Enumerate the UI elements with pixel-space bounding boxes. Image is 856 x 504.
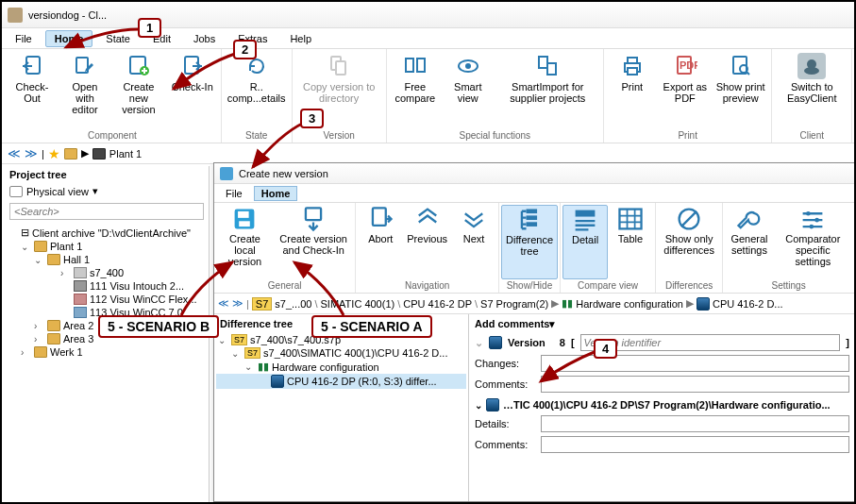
svg-rect-8 [417, 59, 425, 72]
print-preview-label: Show print preview [715, 81, 766, 104]
menu-home[interactable]: Home [45, 30, 93, 47]
smart-view-button[interactable]: Smart view [442, 51, 495, 129]
add-comments-button[interactable]: Add comments▾ [475, 318, 555, 329]
nav-fwd-icon[interactable]: ≫ [25, 146, 38, 160]
comments-input[interactable] [541, 376, 849, 393]
hw-icon: ▮▮ [258, 361, 269, 373]
disk-icon [9, 186, 23, 197]
detail-label: Detail [572, 234, 598, 245]
group-label-print: Print [606, 129, 770, 143]
nav-back-icon[interactable]: ≪ [8, 146, 21, 160]
diff-node-cpu-selected[interactable]: CPU 416-2 DP (R:0, S:3) differ... [216, 374, 466, 389]
diff-node-simatic[interactable]: ⌄S7s7_400\SIMATIC 400(1)\CPU 416-2 D... [216, 346, 466, 360]
tree-node-hall1[interactable]: ⌄Hall 1 [6, 253, 207, 266]
tree-node-plant1[interactable]: ⌄Plant 1 [6, 240, 207, 253]
print-preview-button[interactable]: Show print preview [712, 51, 770, 129]
switch-client-label: Switch to EasyClient [778, 81, 846, 104]
cv-menubar: File Home [214, 184, 855, 203]
detail-panel: Add comments▾ ⌄ Version 8 [ ] Changes: C… [469, 314, 855, 501]
eye-icon [456, 54, 480, 78]
crumb-s7[interactable]: s7_...00 [275, 298, 311, 310]
smartimport-button[interactable]: SmartImport for supplier projects [495, 51, 601, 129]
cv-group-general: General [216, 279, 353, 293]
create-version-button[interactable]: Create new version [111, 51, 166, 129]
abort-button[interactable]: Abort [358, 205, 403, 279]
export-pdf-button[interactable]: PDF Export as PDF [659, 51, 712, 129]
details-input[interactable] [541, 415, 849, 432]
chip-icon [697, 297, 710, 311]
comments2-input[interactable] [541, 436, 849, 453]
svg-point-10 [465, 63, 471, 69]
general-settings-button[interactable]: General settings [725, 205, 773, 279]
create-local-label: Create local version [220, 233, 270, 267]
ribbon-group-special: Free compare Smart view SmartImport for … [387, 49, 604, 143]
open-editor-button[interactable]: Open with editor [59, 51, 111, 129]
cv-app-icon [220, 167, 233, 180]
crumb-cpu[interactable]: CPU 416-2 DP [403, 298, 472, 310]
tree-node-werk1[interactable]: ›Werk 1 [6, 345, 207, 359]
checkin-icon [180, 54, 205, 78]
create-local-version-button[interactable]: Create local version [216, 205, 274, 279]
checkout-icon [20, 54, 44, 78]
crumb-prog[interactable]: S7 Program(2) [480, 298, 548, 310]
group-label-version: Version [294, 129, 384, 143]
preview-icon [729, 54, 753, 78]
tree-item-s7[interactable]: ›s7_400 [6, 266, 207, 279]
tree-node-root[interactable]: ⊟Client archive "D:\vdClientArchive" [6, 226, 207, 240]
previous-button[interactable]: Previous [403, 205, 451, 279]
next-button[interactable]: Next [451, 205, 496, 279]
star-icon[interactable]: ★ [48, 146, 60, 161]
crumb-hw[interactable]: Hardware configuration [576, 298, 683, 310]
chip-icon [489, 336, 502, 349]
wrench-icon [735, 205, 764, 233]
abort-icon [366, 205, 394, 233]
menu-state[interactable]: State [96, 30, 140, 47]
cv-menu-home[interactable]: Home [254, 186, 298, 201]
svg-rect-14 [628, 58, 637, 63]
export-pdf-label: Export as PDF [663, 81, 708, 104]
app-title: versiondog - Cl... [28, 9, 107, 21]
ribbon-group-state: R.. comp...etails State [222, 49, 293, 143]
cv-nav-back-icon[interactable]: ≪ [218, 297, 229, 310]
svg-rect-28 [527, 215, 538, 220]
callout-3: 3 [300, 109, 324, 128]
callout-4: 4 [594, 339, 617, 359]
table-button[interactable]: Table [608, 205, 653, 279]
show-only-diff-button[interactable]: Show only differences [658, 205, 720, 279]
comp-details-label: R.. comp...etails [227, 81, 286, 104]
checkin-button[interactable]: Check-In [166, 51, 219, 129]
edit-icon [73, 54, 97, 78]
version-identifier-input[interactable] [580, 334, 841, 351]
detail-button[interactable]: Detail [562, 205, 608, 279]
free-compare-button[interactable]: Free compare [389, 51, 442, 129]
comp-details-button[interactable]: R.. comp...etails [224, 51, 290, 129]
checkout-label: Check-Out [9, 81, 55, 104]
crumb-cpu2[interactable]: CPU 416-2 D... [713, 298, 783, 310]
comparator-settings-button[interactable]: Comparator specific settings [774, 205, 852, 279]
menu-jobs[interactable]: Jobs [184, 30, 225, 47]
changes-input[interactable] [541, 355, 849, 372]
s7-badge-icon: S7 [252, 297, 272, 311]
print-button[interactable]: Print [606, 51, 659, 129]
cv-menu-file[interactable]: File [218, 186, 250, 201]
difference-tree-button[interactable]: Difference tree [501, 205, 558, 279]
crumb-simatic[interactable]: SIMATIC 400(1) [321, 298, 395, 310]
diff-node-hw[interactable]: ⌄▮▮Hardware configuration [216, 360, 466, 374]
checkout-button[interactable]: Check-Out [6, 51, 59, 129]
tree-item-flex[interactable]: 112 Visu WinCC Flex... [6, 293, 207, 306]
section-header[interactable]: ⌄…TIC 400(1)\CPU 416-2 DP\S7 Program(2)\… [475, 398, 849, 412]
crumb-plant[interactable]: Plant 1 [109, 148, 142, 160]
svg-rect-11 [539, 57, 547, 68]
switch-client-button[interactable]: Switch to EasyClient [774, 51, 849, 129]
app-icon [8, 8, 23, 23]
cv-nav-fwd-icon[interactable]: ≫ [232, 297, 243, 310]
search-input[interactable] [9, 203, 204, 220]
easyclient-icon [797, 53, 826, 79]
tree-item-intouch[interactable]: 111 Visu Intouch 2... [6, 279, 207, 293]
create-version-checkin-button[interactable]: Create version and Check-In [274, 205, 353, 279]
menu-help[interactable]: Help [280, 30, 321, 47]
ribbon-group-component: Check-Out Open with editor Create new ve… [4, 49, 222, 143]
menu-file[interactable]: File [6, 30, 42, 47]
tree-view-selector[interactable]: Physical view ▾ [4, 183, 209, 199]
chevron-down-icon [460, 205, 488, 233]
